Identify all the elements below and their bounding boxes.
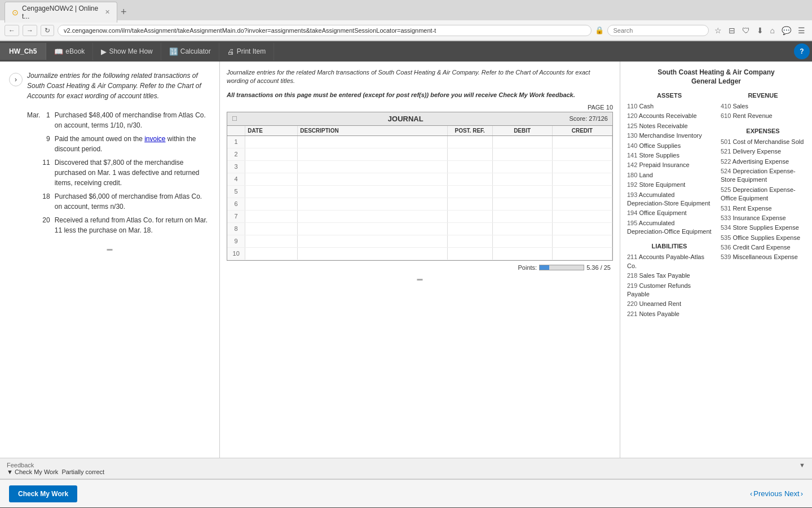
post-cell-3[interactable] xyxy=(447,160,492,173)
desc-input-6[interactable] xyxy=(300,200,445,207)
back-btn[interactable]: ← xyxy=(5,25,19,36)
post-cell-4[interactable] xyxy=(447,173,492,185)
date-input-4[interactable] xyxy=(248,176,295,182)
credit-cell-10[interactable] xyxy=(552,247,612,260)
post-cell-5[interactable] xyxy=(447,185,492,198)
chat-icon[interactable]: 💬 xyxy=(779,25,793,36)
next-btn[interactable]: Next › xyxy=(784,489,803,498)
post-input-3[interactable] xyxy=(450,163,490,170)
credit-input-8[interactable] xyxy=(555,225,610,232)
debit-input-9[interactable] xyxy=(495,238,550,244)
desc-input-1[interactable] xyxy=(300,138,445,145)
credit-cell-4[interactable] xyxy=(552,173,612,185)
ebook-btn[interactable]: 📖 eBook xyxy=(46,43,93,60)
date-input-10[interactable] xyxy=(248,250,295,257)
post-cell-9[interactable] xyxy=(447,235,492,247)
tab-close-btn[interactable]: ✕ xyxy=(105,8,110,16)
debit-input-6[interactable] xyxy=(495,200,550,207)
debit-cell-10[interactable] xyxy=(492,247,552,260)
desc-input-3[interactable] xyxy=(300,163,445,170)
debit-input-2[interactable] xyxy=(495,151,550,157)
post-input-10[interactable] xyxy=(450,250,490,257)
post-cell-7[interactable] xyxy=(447,210,492,222)
credit-cell-2[interactable] xyxy=(552,148,612,160)
date-cell-9[interactable] xyxy=(245,235,298,247)
menu-icon[interactable]: ☰ xyxy=(796,25,807,36)
debit-cell-5[interactable] xyxy=(492,185,552,198)
credit-input-5[interactable] xyxy=(555,188,610,195)
date-input-9[interactable] xyxy=(248,238,295,244)
debit-cell-4[interactable] xyxy=(492,173,552,185)
date-cell-8[interactable] xyxy=(245,222,298,235)
new-tab-btn[interactable]: + xyxy=(117,6,130,18)
previous-btn[interactable]: ‹ Previous xyxy=(750,489,782,498)
debit-input-10[interactable] xyxy=(495,250,550,257)
date-input-8[interactable] xyxy=(248,225,295,232)
debit-input-4[interactable] xyxy=(495,176,550,182)
desc-cell-1[interactable] xyxy=(298,135,448,148)
desc-cell-8[interactable] xyxy=(298,222,448,235)
reading-list-icon[interactable]: ⊟ xyxy=(726,25,738,36)
debit-cell-8[interactable] xyxy=(492,222,552,235)
desc-input-7[interactable] xyxy=(300,213,445,220)
date-input-1[interactable] xyxy=(248,138,295,145)
active-tab[interactable]: ⊙ CengageNOWv2 | Online t... ✕ xyxy=(5,2,117,23)
debit-cell-6[interactable] xyxy=(492,198,552,210)
date-input-3[interactable] xyxy=(248,163,295,170)
credit-input-1[interactable] xyxy=(555,138,610,145)
calculator-btn[interactable]: 🔢 Calculator xyxy=(161,43,219,60)
feedback-collapse-icon[interactable]: ▼ xyxy=(799,462,805,468)
post-cell-8[interactable] xyxy=(447,222,492,235)
desc-cell-2[interactable] xyxy=(298,148,448,160)
credit-input-4[interactable] xyxy=(555,176,610,182)
desc-cell-5[interactable] xyxy=(298,185,448,198)
date-cell-3[interactable] xyxy=(245,160,298,173)
debit-input-5[interactable] xyxy=(495,188,550,195)
credit-cell-9[interactable] xyxy=(552,235,612,247)
date-input-5[interactable] xyxy=(248,188,295,195)
debit-input-3[interactable] xyxy=(495,163,550,170)
desc-input-2[interactable] xyxy=(300,151,445,157)
desc-cell-7[interactable] xyxy=(298,210,448,222)
date-cell-5[interactable] xyxy=(245,185,298,198)
date-cell-4[interactable] xyxy=(245,173,298,185)
credit-input-7[interactable] xyxy=(555,213,610,220)
debit-cell-3[interactable] xyxy=(492,160,552,173)
post-input-8[interactable] xyxy=(450,225,490,232)
post-cell-2[interactable] xyxy=(447,148,492,160)
credit-cell-8[interactable] xyxy=(552,222,612,235)
debit-cell-9[interactable] xyxy=(492,235,552,247)
date-input-2[interactable] xyxy=(248,151,295,157)
desc-cell-10[interactable] xyxy=(298,247,448,260)
desc-cell-9[interactable] xyxy=(298,235,448,247)
date-input-6[interactable] xyxy=(248,200,295,207)
credit-input-2[interactable] xyxy=(555,151,610,157)
credit-cell-5[interactable] xyxy=(552,185,612,198)
url-bar[interactable] xyxy=(58,25,592,36)
post-input-1[interactable] xyxy=(450,138,490,145)
desc-input-10[interactable] xyxy=(300,250,445,257)
expand-btn[interactable]: › xyxy=(9,73,23,86)
check-work-btn[interactable]: Check My Work xyxy=(9,485,77,502)
date-input-7[interactable] xyxy=(248,213,295,220)
desc-cell-3[interactable] xyxy=(298,160,448,173)
credit-cell-6[interactable] xyxy=(552,198,612,210)
date-cell-6[interactable] xyxy=(245,198,298,210)
post-input-2[interactable] xyxy=(450,151,490,157)
credit-input-10[interactable] xyxy=(555,250,610,257)
debit-input-7[interactable] xyxy=(495,213,550,220)
date-cell-7[interactable] xyxy=(245,210,298,222)
desc-cell-4[interactable] xyxy=(298,173,448,185)
credit-cell-7[interactable] xyxy=(552,210,612,222)
show-me-btn[interactable]: ▶ Show Me How xyxy=(93,43,161,60)
shield-icon[interactable]: 🛡 xyxy=(740,25,752,36)
post-cell-1[interactable] xyxy=(447,135,492,148)
post-input-6[interactable] xyxy=(450,200,490,207)
bookmark-star-icon[interactable]: ☆ xyxy=(712,25,724,36)
post-input-9[interactable] xyxy=(450,238,490,244)
date-cell-2[interactable] xyxy=(245,148,298,160)
help-btn[interactable]: ? xyxy=(794,43,810,59)
forward-btn[interactable]: → xyxy=(23,25,37,36)
credit-cell-1[interactable] xyxy=(552,135,612,148)
print-btn[interactable]: 🖨 Print Item xyxy=(219,43,274,60)
